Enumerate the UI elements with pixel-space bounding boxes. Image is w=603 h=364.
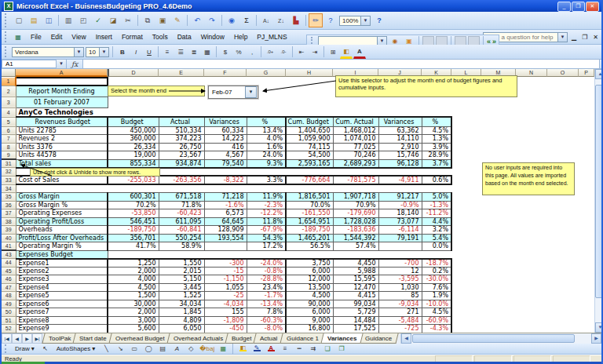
cell-G7[interactable]: 4.0% <box>247 135 286 144</box>
cell-J33[interactable]: -4,911 <box>378 176 422 184</box>
menu-item-help[interactable]: Help <box>229 31 252 42</box>
menu-item-file[interactable]: File <box>26 31 46 42</box>
cell-F32[interactable] <box>204 168 247 177</box>
cell-J8[interactable]: 2,910 <box>378 143 422 151</box>
horizontal-scrollbar[interactable]: ◀ ▶ <box>400 333 601 344</box>
undo-icon[interactable]: ↶ <box>190 13 204 27</box>
arrow-style-icon[interactable]: ⇉ <box>307 343 320 355</box>
cell-O3[interactable] <box>547 96 579 107</box>
cell-G44[interactable]: -24.0% <box>247 259 286 268</box>
cell-J41[interactable] <box>378 242 422 251</box>
insert-function-icon[interactable]: ƒx <box>71 60 78 68</box>
cell-K38[interactable]: 4.4% <box>422 217 451 226</box>
cell-A6[interactable]: Units 22785 <box>16 126 108 135</box>
cell-M5[interactable] <box>481 117 516 126</box>
cell-G9[interactable]: 24.0% <box>247 151 286 160</box>
cell-H6[interactable]: 1,404,650 <box>286 126 333 135</box>
row-header-46[interactable]: 46 <box>2 275 16 284</box>
cell-P31[interactable] <box>579 159 594 168</box>
cell-D52[interactable]: 5,600 <box>108 325 159 333</box>
col-header-F[interactable]: F <box>204 69 247 77</box>
menu-item-pj_mlns[interactable]: PJ_MLNS <box>252 31 291 42</box>
cell-D36[interactable]: 70.2% <box>108 201 159 209</box>
menubar-grip[interactable] <box>5 31 9 42</box>
insert-hyperlink-icon[interactable]: ◉ <box>225 13 239 27</box>
cell-D49[interactable]: 30,000 <box>108 300 159 308</box>
cell-F37[interactable]: 6,573 <box>204 209 247 218</box>
cell-D39[interactable]: -189,750 <box>108 226 159 235</box>
cell-G46[interactable]: -28.8% <box>247 275 286 284</box>
sheet-tab-variances[interactable]: Variances <box>320 333 364 344</box>
select-all-corner[interactable] <box>2 69 16 77</box>
next-chevron-icon[interactable]: » <box>492 38 496 46</box>
cell-A43[interactable]: Expenses Budget <box>16 250 108 259</box>
row-header-4[interactable]: 4 <box>2 107 16 117</box>
autoshapes-menu-button[interactable]: AutoShapes ▾ <box>53 345 99 352</box>
bold-icon[interactable]: B <box>116 46 129 58</box>
row-header-7[interactable]: 7 <box>2 135 16 144</box>
cell-H44[interactable]: 3,750 <box>286 259 333 268</box>
cell-D35[interactable]: 600,301 <box>108 193 159 202</box>
month-selector[interactable]: Feb-07 ▼ <box>208 86 258 99</box>
cell-L50[interactable] <box>451 308 481 317</box>
cell-I4[interactable] <box>333 107 378 117</box>
cell-I39[interactable]: -183,636 <box>333 226 378 235</box>
shadow-style-icon[interactable]: ❏ <box>321 343 334 355</box>
cell-E50[interactable]: 1,845 <box>159 308 204 317</box>
cell-L7[interactable] <box>451 135 481 144</box>
cell-L35[interactable] <box>451 193 481 202</box>
cell-L32[interactable] <box>451 168 481 177</box>
line-style-icon[interactable]: ≡ <box>279 343 291 355</box>
cell-O5[interactable] <box>547 117 579 126</box>
cell-E32[interactable] <box>159 168 204 177</box>
cell-H4[interactable] <box>286 107 333 117</box>
cell-K43[interactable] <box>422 250 451 259</box>
cell-H37[interactable]: -161,550 <box>286 209 333 218</box>
cell-E36[interactable]: 71.8% <box>159 201 204 209</box>
previous-chevron-icon[interactable]: « <box>487 38 491 46</box>
cell-K37[interactable]: -11.2% <box>422 209 451 218</box>
cell-A4[interactable]: AnyCo Technologies <box>16 107 108 117</box>
cell-G41[interactable]: 17.2% <box>247 242 286 251</box>
cell-E51[interactable]: 4,809 <box>159 316 204 325</box>
cell-J9[interactable]: 15,746 <box>378 151 422 160</box>
cell-F31[interactable]: 79,540 <box>204 159 247 168</box>
cell-L9[interactable] <box>451 151 481 160</box>
cell-L31[interactable] <box>451 159 481 168</box>
cell-N52[interactable] <box>516 325 547 333</box>
cell-L40[interactable] <box>451 234 481 242</box>
cell-G36[interactable]: -2.3% <box>247 201 286 209</box>
cell-P32[interactable] <box>579 168 594 177</box>
chart-wizard-icon[interactable]: ▙ <box>289 13 303 27</box>
cell-D45[interactable]: 2,000 <box>108 267 159 275</box>
scroll-right-icon[interactable]: ▶ <box>591 333 601 344</box>
cell-I5[interactable]: Cum. Actual <box>333 117 378 126</box>
redo-icon[interactable]: ↷ <box>205 13 219 27</box>
cell-A7[interactable]: Revenues 2 <box>16 135 108 144</box>
cell-O49[interactable] <box>547 300 579 308</box>
cell-M43[interactable] <box>481 250 516 259</box>
cell-O46[interactable] <box>547 275 579 284</box>
cell-L36[interactable] <box>451 201 481 209</box>
cell-L34[interactable] <box>451 184 481 193</box>
cell-H3[interactable] <box>286 96 333 107</box>
cell-H31[interactable]: 2,593,165 <box>286 159 333 168</box>
cell-K40[interactable]: 5.4% <box>422 234 451 242</box>
cell-F43[interactable] <box>204 250 247 259</box>
name-box-dropdown-icon[interactable]: ▼ <box>57 59 67 69</box>
cell-I37[interactable]: -179,690 <box>333 209 378 218</box>
cell-A50[interactable]: Expense7 <box>16 308 108 317</box>
cell-P48[interactable] <box>579 292 594 300</box>
toolbar-grip[interactable] <box>5 46 9 57</box>
cell-D9[interactable]: 19,000 <box>108 151 159 160</box>
cell-L44[interactable] <box>451 259 481 268</box>
cell-H36[interactable]: 70.0% <box>286 201 333 209</box>
cell-J37[interactable]: 18,140 <box>378 209 422 218</box>
row-header-1[interactable]: 1 <box>2 78 16 86</box>
cell-P34[interactable] <box>579 184 594 193</box>
cell-M41[interactable] <box>481 242 516 251</box>
scroll-left-icon[interactable]: ◀ <box>401 333 411 344</box>
cell-H47[interactable]: 13,500 <box>286 283 333 292</box>
cell-N49[interactable] <box>516 300 547 308</box>
cell-P33[interactable] <box>579 176 594 184</box>
